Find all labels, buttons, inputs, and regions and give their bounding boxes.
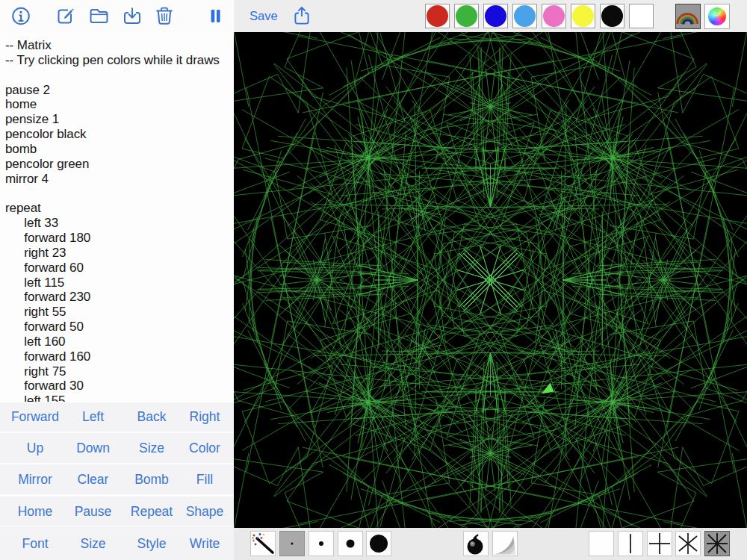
- svg-text:Save: Save: [249, 9, 278, 22]
